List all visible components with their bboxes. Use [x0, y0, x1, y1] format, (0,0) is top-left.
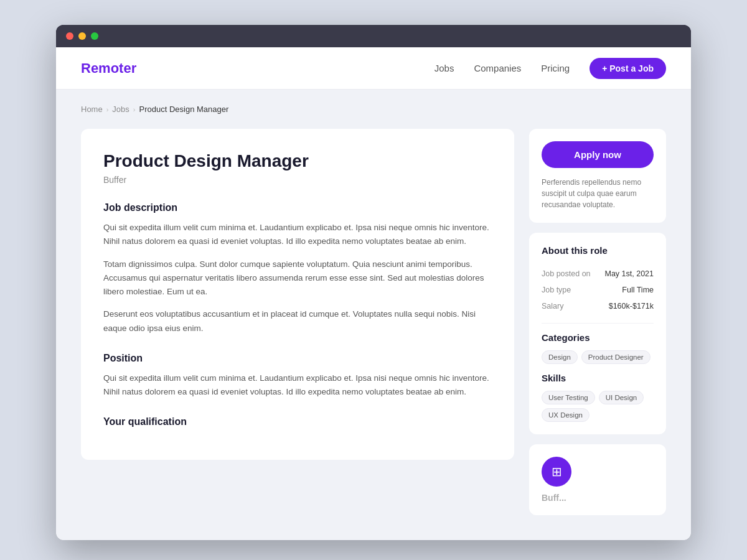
logo[interactable]: Remoter	[81, 60, 136, 77]
company-logo-icon: ⊞	[552, 464, 562, 479]
tag-design[interactable]: Design	[542, 350, 578, 364]
role-info-row-type: Job type Full Time	[542, 282, 654, 298]
breadcrumb: Home › Jobs › Product Design Manager	[81, 102, 666, 114]
divider-1	[542, 323, 654, 324]
company-card: ⊞ Buff...	[529, 444, 666, 515]
categories-tags: Design Product Designer	[542, 350, 654, 364]
role-info-table: Job posted on May 1st, 2021 Job type Ful…	[542, 266, 654, 314]
sidebar: Apply now Perferendis repellendus nemo s…	[529, 129, 666, 515]
browser-chrome	[56, 25, 691, 47]
maximize-dot[interactable]	[91, 32, 98, 40]
about-role-card: About this role Job posted on May 1st, 2…	[529, 233, 666, 434]
apply-description: Perferendis repellendus nemo suscipit ut…	[542, 177, 654, 210]
section-position-heading: Position	[103, 353, 492, 364]
browser-content: Remoter Jobs Companies Pricing + Post a …	[56, 47, 691, 540]
close-dot[interactable]	[66, 32, 73, 40]
job-desc-p1: Qui sit expedita illum velit cum minima …	[103, 221, 492, 249]
label-salary: Salary	[542, 302, 563, 310]
breadcrumb-jobs[interactable]: Jobs	[112, 105, 129, 114]
browser-window: Remoter Jobs Companies Pricing + Post a …	[56, 25, 691, 540]
post-job-button[interactable]: + Post a Job	[590, 58, 666, 79]
label-job-posted: Job posted on	[542, 269, 591, 278]
value-job-posted: May 1st, 2021	[604, 269, 654, 278]
value-salary: $160k-$171k	[609, 302, 654, 310]
role-info-row-salary: Salary $160k-$171k	[542, 298, 654, 314]
job-desc-p2: Totam dignissimos culpa. Sunt dolor cumq…	[103, 258, 492, 299]
about-role-title: About this role	[542, 245, 654, 256]
apply-card: Apply now Perferendis repellendus nemo s…	[529, 129, 666, 223]
minimize-dot[interactable]	[78, 32, 86, 40]
skills-tags: User Testing UI Design UX Design	[542, 391, 654, 422]
job-title: Product Design Manager	[103, 151, 492, 171]
breadcrumb-current: Product Design Manager	[139, 105, 229, 114]
main-layout: Product Design Manager Buffer Job descri…	[81, 129, 666, 515]
nav-companies[interactable]: Companies	[474, 63, 521, 73]
section-job-description-heading: Job description	[103, 202, 492, 213]
value-job-type: Full Time	[622, 286, 654, 294]
page-body: Home › Jobs › Product Design Manager Pro…	[56, 90, 691, 540]
apply-now-button[interactable]: Apply now	[542, 141, 654, 168]
breadcrumb-sep-1: ›	[106, 106, 109, 113]
position-p1: Qui sit expedita illum velit cum minima …	[103, 371, 492, 399]
categories-title: Categories	[542, 332, 654, 343]
company-card-name: Buff...	[542, 493, 566, 503]
job-desc-p3: Deserunt eos voluptatibus accusantium et…	[103, 307, 492, 335]
breadcrumb-home[interactable]: Home	[81, 105, 103, 114]
nav-pricing[interactable]: Pricing	[541, 63, 570, 73]
tag-user-testing[interactable]: User Testing	[542, 391, 595, 404]
section-qualification-heading: Your qualification	[103, 416, 492, 427]
company-logo: ⊞	[542, 457, 571, 487]
tag-ux-design[interactable]: UX Design	[542, 408, 590, 422]
role-info-row-posted: Job posted on May 1st, 2021	[542, 266, 654, 282]
nav-jobs[interactable]: Jobs	[435, 63, 454, 73]
breadcrumb-sep-2: ›	[133, 106, 136, 113]
skills-title: Skills	[542, 373, 654, 383]
navbar: Remoter Jobs Companies Pricing + Post a …	[56, 47, 691, 90]
nav-links: Jobs Companies Pricing + Post a Job	[435, 58, 666, 79]
company-name: Buffer	[103, 175, 492, 185]
job-card: Product Design Manager Buffer Job descri…	[81, 129, 514, 460]
label-job-type: Job type	[542, 286, 571, 294]
tag-product-designer[interactable]: Product Designer	[581, 350, 651, 364]
tag-ui-design[interactable]: UI Design	[599, 391, 644, 404]
